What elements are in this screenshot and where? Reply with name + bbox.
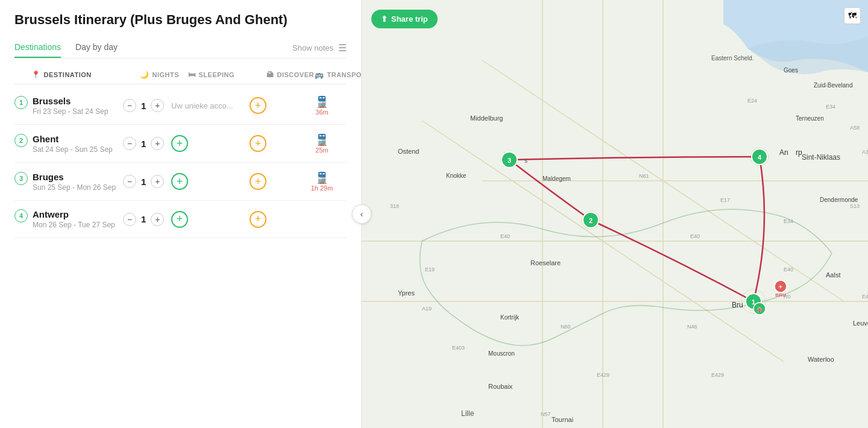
nights-plus-2[interactable]: + xyxy=(151,175,164,188)
discover-add-3[interactable]: + xyxy=(250,211,266,228)
svg-text:4: 4 xyxy=(758,154,762,161)
table-row: 3BrugesSun 25 Sep - Mon 26 Sep−1+++🚆1h 2… xyxy=(14,163,347,201)
table-row: 2GhentSat 24 Sep - Sun 25 Sep−1+++🚆25m xyxy=(14,125,347,163)
svg-text:Dendermonde: Dendermonde xyxy=(820,197,858,203)
col-header-discover: 🏔 DISCOVER xyxy=(266,71,315,79)
svg-text:Roubaix: Roubaix xyxy=(488,383,513,390)
discover-add-2[interactable]: + xyxy=(250,173,266,190)
map-area: ⬆ Share trip xyxy=(362,0,868,428)
destination-rows: 1BrusselsFri 23 Sep - Sat 24 Sep−1+Uw un… xyxy=(14,87,347,238)
col-header-sleeping: 🛏 SLEEPING xyxy=(188,71,266,79)
dest-cell-3: 4AntwerpMon 26 Sep - Tue 27 Sep xyxy=(14,209,123,229)
dest-number-2: 3 xyxy=(14,172,28,185)
svg-text:E24: E24 xyxy=(747,98,757,104)
tab-destinations[interactable]: Destinations xyxy=(14,37,61,58)
svg-text:E40: E40 xyxy=(690,233,700,239)
transport-cell-0: 🚆36m xyxy=(298,95,346,116)
dest-cell-1: 2GhentSat 24 Sep - Sun 25 Sep xyxy=(14,134,123,154)
svg-text:N46: N46 xyxy=(687,324,697,330)
share-trip-button[interactable]: ⬆ Share trip xyxy=(371,10,438,28)
page-title: Brussels Itinerary (Plus Bruges And Ghen… xyxy=(14,12,347,28)
nights-count-0: 1 xyxy=(141,101,146,111)
col-header-transport: 🚌 TRANSPORT xyxy=(315,71,362,79)
svg-text:Bru: Bru xyxy=(732,301,743,309)
sleeping-cell-0: Uw unieke acco... xyxy=(171,100,250,111)
svg-text:Waterloo: Waterloo xyxy=(808,356,834,363)
nights-minus-1[interactable]: − xyxy=(123,137,136,150)
svg-text:Aalst: Aalst xyxy=(826,271,840,279)
tab-actions: Show notes ☰ xyxy=(292,42,347,54)
sleeping-cell-3: + xyxy=(171,211,250,228)
svg-text:S13: S13 xyxy=(850,203,860,209)
nights-plus-1[interactable]: + xyxy=(151,137,164,150)
dest-number-1: 2 xyxy=(14,134,28,147)
nights-minus-0[interactable]: − xyxy=(123,99,136,112)
nights-minus-2[interactable]: − xyxy=(123,175,136,188)
nights-control-2: −1+ xyxy=(123,175,171,188)
nights-count-1: 1 xyxy=(141,139,146,149)
svg-text:E40: E40 xyxy=(862,294,868,300)
svg-text:🏨: 🏨 xyxy=(756,306,763,312)
svg-text:A58: A58 xyxy=(850,125,860,131)
svg-text:Sint-Niklaas: Sint-Niklaas xyxy=(802,153,840,162)
dest-cell-2: 3BrugesSun 25 Sep - Mon 26 Sep xyxy=(14,172,123,192)
svg-text:Mouscron: Mouscron xyxy=(488,350,515,357)
svg-text:E429: E429 xyxy=(711,372,724,378)
svg-text:Knokke: Knokke xyxy=(446,172,467,179)
svg-text:E429: E429 xyxy=(597,372,609,378)
sleeping-add-2[interactable]: + xyxy=(171,173,188,190)
transport-header-icon: 🚌 xyxy=(315,71,324,79)
discover-cell-2: + xyxy=(250,173,298,190)
svg-text:E40: E40 xyxy=(784,266,793,272)
svg-text:Roeselare: Roeselare xyxy=(530,259,561,266)
left-panel: Brussels Itinerary (Plus Bruges And Ghen… xyxy=(0,0,362,428)
nights-minus-3[interactable]: − xyxy=(123,213,136,226)
discover-cell-0: + xyxy=(250,97,298,114)
nights-header-icon: 🌙 xyxy=(140,71,149,79)
dest-dates-0: Fri 23 Sep - Sat 24 Sep xyxy=(33,107,108,116)
sleeping-add-3[interactable]: + xyxy=(171,211,188,228)
share-icon: ⬆ xyxy=(381,14,388,24)
transport-time-1: 25m xyxy=(315,146,328,154)
svg-text:Leuven: Leuven xyxy=(853,319,868,327)
map-layers-button[interactable]: 🗺 xyxy=(844,7,861,24)
col-header-nights: 🌙 NIGHTS xyxy=(140,71,188,79)
transport-time-0: 36m xyxy=(315,109,328,116)
discover-add-0[interactable]: + xyxy=(250,97,266,114)
nights-control-1: −1+ xyxy=(123,137,171,150)
nights-plus-0[interactable]: + xyxy=(151,99,164,112)
sleeping-add-1[interactable]: + xyxy=(171,135,188,152)
nights-plus-3[interactable]: + xyxy=(151,213,164,226)
svg-text:Ostend: Ostend xyxy=(398,148,419,155)
transport-time-2: 1h 29m xyxy=(311,184,333,192)
transport-cell-1: 🚆25m xyxy=(298,133,346,154)
transport-icon-0: 🚆 xyxy=(315,95,329,109)
col-header-destination: 📍 DESTINATION xyxy=(31,71,140,79)
svg-text:Goes: Goes xyxy=(784,67,798,74)
svg-text:E34: E34 xyxy=(826,104,835,110)
tab-day-by-day[interactable]: Day by day xyxy=(75,37,118,58)
svg-text:N61: N61 xyxy=(639,173,649,179)
tabs-row: Destinations Day by day Show notes ☰ xyxy=(14,37,347,58)
svg-text:N57: N57 xyxy=(541,411,551,417)
table-header: 📍 DESTINATION 🌙 NIGHTS 🛏 SLEEPING 🏔 DISC… xyxy=(14,71,347,84)
destination-header-icon: 📍 xyxy=(31,71,41,79)
svg-text:Lille: Lille xyxy=(461,409,474,418)
sleeping-header-icon: 🛏 xyxy=(188,71,196,79)
nights-count-2: 1 xyxy=(141,177,146,187)
dest-name-3: Antwerp xyxy=(33,209,115,219)
transport-icon-2: 🚆 xyxy=(315,171,329,184)
show-notes-link[interactable]: Show notes xyxy=(292,43,333,52)
menu-icon[interactable]: ☰ xyxy=(338,42,347,54)
svg-text:318: 318 xyxy=(390,203,399,209)
sleeping-cell-1: + xyxy=(171,135,250,152)
svg-text:Kortrijk: Kortrijk xyxy=(500,314,520,321)
dest-number-3: 4 xyxy=(14,209,28,222)
nights-control-0: −1+ xyxy=(123,99,171,112)
svg-text:3: 3 xyxy=(508,157,511,164)
discover-cell-1: + xyxy=(250,135,298,152)
svg-text:Tournai: Tournai xyxy=(552,416,573,423)
discover-add-1[interactable]: + xyxy=(250,135,266,152)
svg-text:A19: A19 xyxy=(422,306,432,312)
collapse-panel-button[interactable]: ‹ xyxy=(352,204,371,224)
